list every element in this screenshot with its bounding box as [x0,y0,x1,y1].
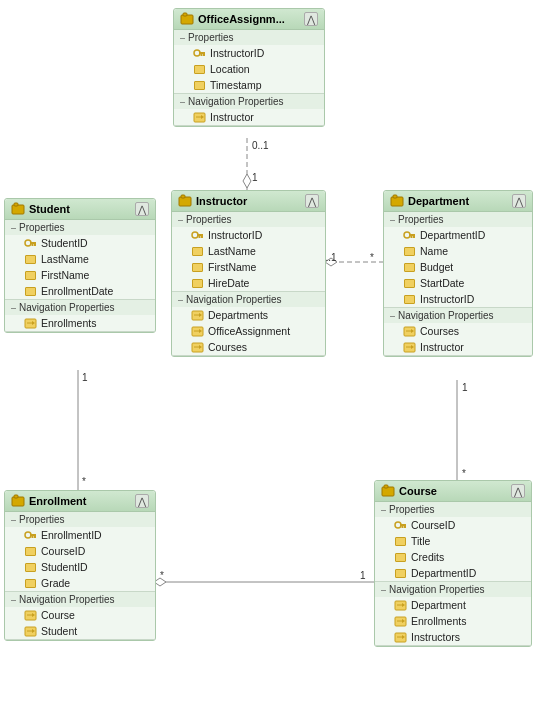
svg-rect-22 [31,244,33,246]
field-icon-c1 [393,534,407,548]
instructor-props-label: Properties [186,214,232,225]
prop-hiredate: HireDate [208,277,249,289]
nav-icon-d1 [402,324,416,338]
svg-rect-21 [34,244,36,246]
entity-department-collapse[interactable]: ⋀ [512,194,526,208]
key-icon-e [23,528,37,542]
prop-row-location: Location [174,61,324,77]
card-dept-star: * [370,252,374,263]
card-dept-course-star: * [462,468,466,479]
entity-enrollment-collapse[interactable]: ⋀ [135,494,149,508]
svg-rect-20 [30,242,36,244]
entity-department-header[interactable]: Department ⋀ [384,191,532,212]
entity-course-header[interactable]: Course ⋀ [375,481,531,502]
prop-enrollmentid: EnrollmentID [41,529,102,541]
dept-nav-label: Navigation Properties [398,310,494,321]
svg-rect-66 [384,485,388,488]
prop-studentid: StudentID [41,237,88,249]
entity-instructor-header[interactable]: Instructor ⋀ [172,191,325,212]
prop-row-lastname-i: LastName [172,243,325,259]
nav-icon-i3 [190,340,204,354]
entity-instructor-collapse[interactable]: ⋀ [305,194,319,208]
card-enroll-star: * [82,476,86,487]
entity-student-collapse[interactable]: ⋀ [135,202,149,216]
nav-row-department-c: Department [375,597,531,613]
card-dept-course1: 1 [462,382,468,393]
nav-row-instructor: Instructor [174,109,324,125]
nav-icon-c3 [393,630,407,644]
prop-courseid-c: CourseID [411,519,455,531]
dept-props-label: Properties [398,214,444,225]
nav-departments: Departments [208,309,268,321]
field-icon [192,62,206,76]
entity-student-header[interactable]: Student ⋀ [5,199,155,220]
prop-row-title-c: Title [375,533,531,549]
nav-enrollments-c: Enrollments [411,615,466,627]
entity-officeassignment-icon [180,12,194,26]
entity-student-icon [11,202,25,216]
nav-icon-s [23,316,37,330]
entity-enrollment-header[interactable]: Enrollment ⋀ [5,491,155,512]
entity-course-icon [381,484,395,498]
svg-rect-27 [181,195,185,198]
instructor-nav-label: Navigation Properties [186,294,282,305]
entity-enrollment-title: Enrollment [29,495,86,507]
prop-row-firstname-s: FirstName [5,267,155,283]
section-toggle[interactable]: – [180,33,185,43]
entity-instructor: Instructor ⋀ – Properties InstructorID L… [171,190,326,357]
nav-icon-e1 [23,608,37,622]
prop-row-studentid: StudentID [5,235,155,251]
prop-row-firstname-i: FirstName [172,259,325,275]
svg-rect-56 [30,534,36,536]
entity-instructor-props-section: – Properties InstructorID LastName First… [172,212,325,292]
prop-budget: Budget [420,261,453,273]
svg-rect-69 [404,526,406,528]
entity-officeassignment-header[interactable]: OfficeAssignm... ⋀ [174,9,324,30]
prop-deptid-c: DepartmentID [411,567,476,579]
nav-row-course-e: Course [5,607,155,623]
entity-student-nav-section: – Navigation Properties Enrollments [5,300,155,332]
field-icon-d3 [402,276,416,290]
entity-officeassignment-collapse[interactable]: ⋀ [304,12,318,26]
nav-row-courses-d: Courses [384,323,532,339]
field-icon-d2 [402,260,416,274]
prop-row-courseid-e: CourseID [5,543,155,559]
prop-credits: Credits [411,551,444,563]
card-student: 1 [82,372,88,383]
svg-rect-58 [31,536,33,538]
field-icon-s2 [23,268,37,282]
entity-enrollment-icon [11,494,25,508]
prop-row-enrollmentdate: EnrollmentDate [5,283,155,299]
entity-department-title: Department [408,195,469,207]
field-icon-d4 [402,292,416,306]
card-oa-top: 0..1 [252,140,269,151]
svg-rect-45 [413,236,415,238]
entity-course: Course ⋀ – Properties CourseID Title Cre… [374,480,532,647]
nav-icon-i1 [190,308,204,322]
nav-section-toggle[interactable]: – [180,97,185,107]
prop-courseid-e: CourseID [41,545,85,557]
entity-course-props-section: – Properties CourseID Title Credits Depa… [375,502,531,582]
entity-student-title: Student [29,203,70,215]
field-icon-i3 [190,276,204,290]
field-icon-e1 [23,544,37,558]
prop-studentid-e: StudentID [41,561,88,573]
entity-department-props-section: – Properties DepartmentID Name Budget St… [384,212,532,308]
prop-grade: Grade [41,577,70,589]
prop-location: Location [210,63,250,75]
nav-row-instructor-d: Instructor [384,339,532,355]
key-icon-s [23,236,37,250]
field-icon-s1 [23,252,37,266]
svg-rect-53 [12,497,24,506]
prop-row-budget: Budget [384,259,532,275]
nav-row-instructors-c: Instructors [375,629,531,645]
prop-firstname-s: FirstName [41,269,89,281]
enrollment-props-label: Properties [19,514,65,525]
nav-icon-e2 [23,624,37,638]
prop-row-name-d: Name [384,243,532,259]
entity-instructor-title: Instructor [196,195,247,207]
section-properties-label: Properties [188,32,234,43]
nav-row-student-e: Student [5,623,155,639]
prop-row-courseid-c: CourseID [375,517,531,533]
entity-course-collapse[interactable]: ⋀ [511,484,525,498]
